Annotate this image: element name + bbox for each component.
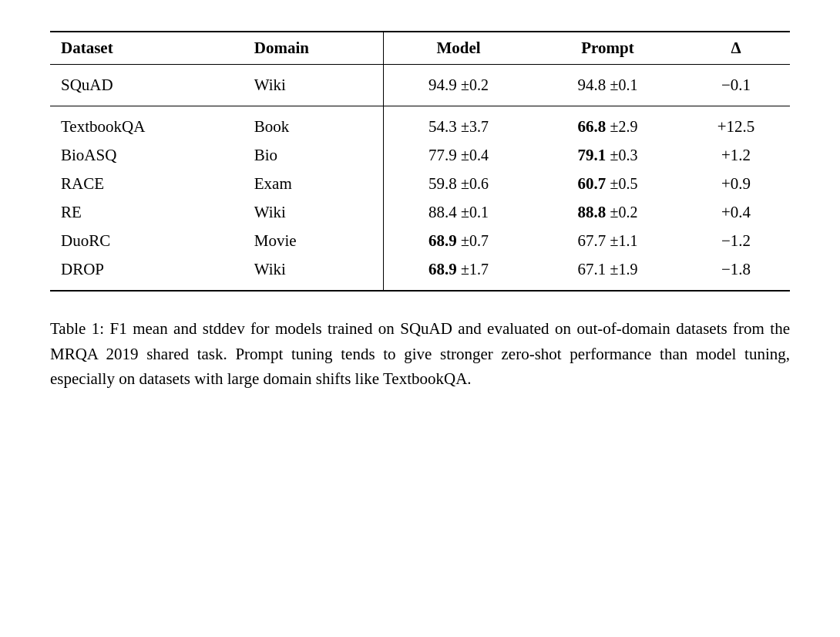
results-table: Dataset Domain Model Prompt Δ SQuAD Wiki… [50, 31, 790, 292]
cell-delta: +0.9 [682, 170, 790, 198]
cell-model: 77.9 ±0.4 [384, 141, 533, 170]
table-row: RE Wiki 88.4 ±0.1 88.8 ±0.2 +0.4 [50, 198, 790, 227]
cell-prompt: 60.7 ±0.5 [533, 170, 682, 198]
caption-text: F1 mean and stddev for models trained on… [50, 319, 790, 388]
cell-prompt: 66.8 ±2.9 [533, 106, 682, 142]
cell-model: 88.4 ±0.1 [384, 198, 533, 227]
cell-domain: Bio [244, 141, 384, 170]
table-row: TextbookQA Book 54.3 ±3.7 66.8 ±2.9 +12.… [50, 106, 790, 142]
cell-dataset: BioASQ [50, 141, 244, 170]
cell-model: 94.9 ±0.2 [384, 65, 533, 106]
cell-domain: Book [244, 106, 384, 142]
cell-prompt: 94.8 ±0.1 [533, 65, 682, 106]
cell-model: 54.3 ±3.7 [384, 106, 533, 142]
cell-domain: Wiki [244, 65, 384, 106]
cell-prompt: 88.8 ±0.2 [533, 198, 682, 227]
table-row: SQuAD Wiki 94.9 ±0.2 94.8 ±0.1 −0.1 [50, 65, 790, 106]
header-dataset: Dataset [50, 32, 244, 65]
cell-delta: +1.2 [682, 141, 790, 170]
cell-dataset: RACE [50, 170, 244, 198]
cell-domain: Wiki [244, 255, 384, 291]
header-model: Model [384, 32, 533, 65]
header-delta: Δ [682, 32, 790, 65]
cell-delta: +12.5 [682, 106, 790, 142]
cell-prompt: 67.1 ±1.9 [533, 255, 682, 291]
cell-delta: +0.4 [682, 198, 790, 227]
cell-model: 59.8 ±0.6 [384, 170, 533, 198]
table-caption: Table 1: F1 mean and stddev for models t… [50, 316, 790, 392]
table-row: DuoRC Movie 68.9 ±0.7 67.7 ±1.1 −1.2 [50, 227, 790, 255]
cell-delta: −0.1 [682, 65, 790, 106]
cell-model: 68.9 ±0.7 [384, 227, 533, 255]
cell-delta: −1.2 [682, 227, 790, 255]
cell-dataset: SQuAD [50, 65, 244, 106]
header-domain: Domain [244, 32, 384, 65]
table-row: DROP Wiki 68.9 ±1.7 67.1 ±1.9 −1.8 [50, 255, 790, 291]
cell-model: 68.9 ±1.7 [384, 255, 533, 291]
cell-domain: Exam [244, 170, 384, 198]
cell-dataset: RE [50, 198, 244, 227]
main-container: Dataset Domain Model Prompt Δ SQuAD Wiki… [50, 31, 790, 392]
cell-prompt: 79.1 ±0.3 [533, 141, 682, 170]
cell-domain: Movie [244, 227, 384, 255]
cell-dataset: DuoRC [50, 227, 244, 255]
table-row: BioASQ Bio 77.9 ±0.4 79.1 ±0.3 +1.2 [50, 141, 790, 170]
cell-delta: −1.8 [682, 255, 790, 291]
table-row: RACE Exam 59.8 ±0.6 60.7 ±0.5 +0.9 [50, 170, 790, 198]
header-prompt: Prompt [533, 32, 682, 65]
table-header-row: Dataset Domain Model Prompt Δ [50, 32, 790, 65]
cell-domain: Wiki [244, 198, 384, 227]
cell-dataset: TextbookQA [50, 106, 244, 142]
cell-prompt: 67.7 ±1.1 [533, 227, 682, 255]
caption-label: Table 1: [50, 319, 104, 338]
cell-dataset: DROP [50, 255, 244, 291]
